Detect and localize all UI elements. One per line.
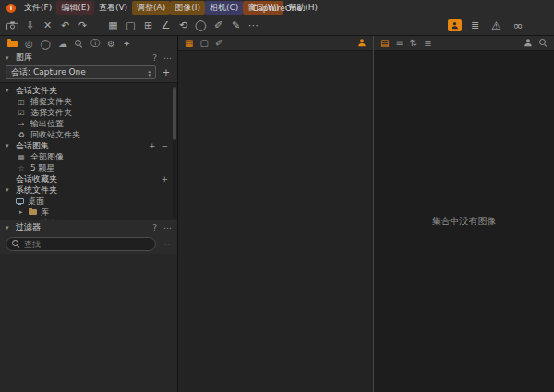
menu-edit[interactable]: 编辑(E) xyxy=(56,1,94,15)
list-view-icon[interactable]: ▤ xyxy=(380,38,389,48)
grid-view-icon[interactable]: ▦ xyxy=(105,18,121,33)
tab-settings-gear-icon[interactable]: ⚙ xyxy=(107,39,115,49)
list-item-output-location[interactable]: → 输出位置 xyxy=(0,118,177,129)
tab-output[interactable]: ✦ xyxy=(123,39,130,49)
library-header-controls: ? ⋯ xyxy=(152,53,172,63)
add-favorite-button[interactable]: + xyxy=(161,174,168,184)
chevron-down-icon: ▾ xyxy=(6,142,12,149)
session-select-value: 会话: Capture One xyxy=(11,66,86,78)
crop-tool-icon[interactable]: ⊞ xyxy=(140,18,156,33)
straighten-tool-icon[interactable]: ∠ xyxy=(158,18,174,33)
app-title: CaptureOne xyxy=(252,4,302,13)
filter-sliders-icon[interactable]: ≣ xyxy=(424,38,431,48)
expand-arrow-icon[interactable]: ▸ xyxy=(19,208,25,216)
more-button[interactable]: ⋯ xyxy=(163,53,172,63)
help-button[interactable]: ? xyxy=(152,223,157,232)
edit-pen-icon[interactable]: ✐ xyxy=(215,38,223,48)
people-filter-icon[interactable] xyxy=(357,38,367,49)
delete-icon[interactable]: ✕ xyxy=(40,18,55,33)
search-icon xyxy=(12,240,20,248)
menu-file[interactable]: 文件(F) xyxy=(19,1,56,15)
add-album-button[interactable]: + xyxy=(149,141,156,150)
tree-scrollbar[interactable] xyxy=(173,86,176,219)
menu-camera[interactable]: 相机(C) xyxy=(205,1,243,15)
list-item-selects-folder[interactable]: ☑ 选择文件夹 xyxy=(0,107,177,118)
tab-color[interactable]: ◯ xyxy=(41,39,51,49)
eyedropper-tool-icon[interactable]: ✐ xyxy=(211,18,226,33)
user-icon[interactable] xyxy=(524,38,533,49)
zoom-magnifier-icon[interactable] xyxy=(539,39,548,47)
stack-icon[interactable]: ≣ xyxy=(467,18,483,33)
browser-empty-area[interactable] xyxy=(178,51,373,392)
menu-adjust[interactable]: 调整(A) xyxy=(132,1,170,15)
section-session-favorites[interactable]: 会话收藏夹 + xyxy=(0,173,177,184)
toolbar-tools-group: ▦ ▢ ⊞ ∠ ⟲ ◯ ✐ ✎ ⋯ xyxy=(105,18,261,33)
redo-icon[interactable]: ↷ xyxy=(75,18,90,33)
list-item-all-images[interactable]: ▦ 全部图像 xyxy=(0,151,177,162)
browser-toolbar: ▦ ▢ ✐ xyxy=(178,36,373,51)
menubar: i 文件(F) 编辑(E) 查看(V) 调整(A) 图像(I) 相机(C) 窗口… xyxy=(0,0,554,16)
rotate-tool-icon[interactable]: ⟲ xyxy=(175,18,191,33)
all-images-icon: ▦ xyxy=(16,153,27,161)
output-location-icon: → xyxy=(16,120,27,128)
tree-item-this-pc[interactable]: ▸ 此电脑 xyxy=(0,218,177,220)
adjustments-clipboard-icon[interactable] xyxy=(448,19,462,31)
list-item-capture-folder[interactable]: ◫ 捕捉文件夹 xyxy=(0,96,177,107)
browser-panel: ▦ ▢ ✐ xyxy=(178,36,374,392)
more-button[interactable]: ⋯ xyxy=(163,223,172,232)
import-icon[interactable]: ⇩ xyxy=(22,18,38,33)
pen-tool-icon[interactable]: ✎ xyxy=(228,18,244,33)
expand-arrow-icon[interactable]: ▸ xyxy=(19,220,25,220)
tab-library[interactable] xyxy=(7,39,18,49)
overlay-tool-icon[interactable]: ◯ xyxy=(193,18,209,33)
sort-icon[interactable]: ⇅ xyxy=(410,38,417,48)
more-tools-icon[interactable]: ⋯ xyxy=(246,18,261,33)
app-logo-icon: i xyxy=(6,4,16,13)
list-item-trash-folder[interactable]: ♻ 回收站文件夹 xyxy=(0,129,177,140)
camera-icon[interactable] xyxy=(5,18,20,33)
search-more-button[interactable]: ⋯ xyxy=(161,239,172,249)
select-tool-icon[interactable]: ▢ xyxy=(123,18,138,33)
search-box[interactable] xyxy=(6,237,156,251)
menu-view[interactable]: 查看(V) xyxy=(94,1,132,15)
section-session-albums[interactable]: ▾ 会话图集 + − xyxy=(0,140,177,151)
library-panel-header: ▾ 图库 ? ⋯ xyxy=(0,51,177,65)
tab-cloud[interactable]: ☁ xyxy=(58,39,67,49)
list-item-five-stars[interactable]: ☆ 5 颗星 xyxy=(0,162,177,173)
chevron-down-icon[interactable]: ▾ xyxy=(6,224,12,232)
thumbnail-grid-icon[interactable]: ▦ xyxy=(185,38,193,48)
capture-folder-icon: ◫ xyxy=(16,98,27,106)
warning-icon[interactable]: ⚠ xyxy=(488,18,504,33)
search-input[interactable] xyxy=(24,240,150,249)
help-button[interactable]: ? xyxy=(152,53,157,63)
tree-item-desktop[interactable]: 桌面 xyxy=(0,196,177,207)
main-area: ◎ ◯ ☁ ⓘ ⚙ ✦ ▾ 图库 ? ⋯ 会话: Capture One ▴ xyxy=(0,36,554,392)
tab-details-magnifier-icon[interactable] xyxy=(75,40,83,48)
filters-title: 过滤器 xyxy=(16,221,41,233)
grid-view-icon[interactable]: ≡ xyxy=(395,38,403,48)
menu-image[interactable]: 图像(I) xyxy=(170,1,205,15)
empty-collection-message: 集合中没有图像 xyxy=(432,215,497,228)
session-select[interactable]: 会话: Capture One ▴▾ xyxy=(6,65,156,79)
single-view-icon[interactable]: ▢ xyxy=(199,38,208,48)
proof-glasses-icon[interactable]: ∞ xyxy=(510,18,525,33)
star-icon: ☆ xyxy=(16,164,27,172)
section-system-folders[interactable]: ▾ 系统文件夹 xyxy=(0,184,177,196)
select-stepper-icon: ▴▾ xyxy=(148,69,151,77)
tab-info[interactable]: ⓘ xyxy=(90,37,100,50)
remove-album-button[interactable]: − xyxy=(161,141,168,150)
favorites-controls: + xyxy=(161,174,168,184)
add-session-button[interactable]: + xyxy=(161,67,172,77)
item-label: 此电脑 xyxy=(41,218,66,221)
section-session-folders[interactable]: ▾ 会话文件夹 xyxy=(0,85,177,96)
library-tree: ▾ 会话文件夹 ◫ 捕捉文件夹 ☑ 选择文件夹 → 输出位置 ♻ 回收站文件 xyxy=(0,82,177,220)
tab-lens[interactable]: ◎ xyxy=(25,39,33,49)
filters-panel-header: ▾ 过滤器 ? ⋯ xyxy=(0,220,177,234)
chevron-down-icon[interactable]: ▾ xyxy=(6,54,12,62)
undo-icon[interactable]: ↶ xyxy=(57,18,73,33)
trash-icon: ♻ xyxy=(16,131,27,139)
tree-item-libraries[interactable]: ▸ 库 xyxy=(0,207,177,218)
tree-scrollbar-thumb[interactable] xyxy=(173,87,176,140)
viewer-empty-area[interactable]: 集合中没有图像 xyxy=(374,51,554,392)
toolbar-right-group: ≣ ⚠ ∞ xyxy=(448,18,549,33)
